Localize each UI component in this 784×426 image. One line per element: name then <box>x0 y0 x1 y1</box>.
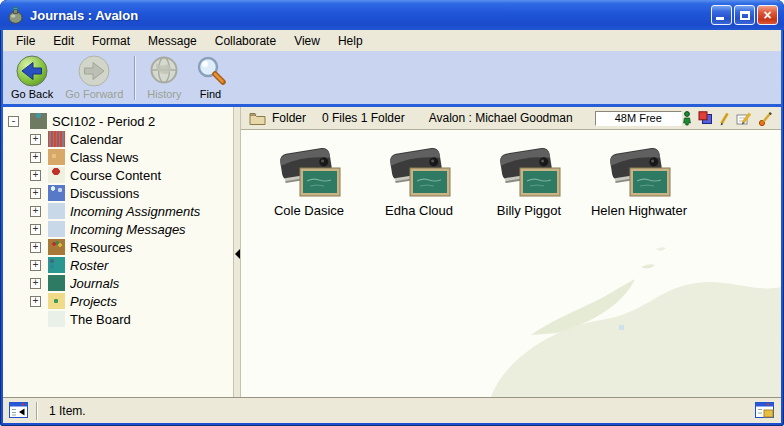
expand-expander[interactable]: + <box>30 296 41 307</box>
tree-root-label[interactable]: SCI102 - Period 2 <box>52 114 155 129</box>
go-back-button[interactable]: Go Back <box>5 53 59 101</box>
status-bar: 1 Item. <box>3 397 781 423</box>
tree-item-label[interactable]: Projects <box>70 294 117 309</box>
incoming-assignments-icon <box>48 203 65 219</box>
expand-expander[interactable]: + <box>30 206 41 217</box>
tree-item-label[interactable]: Incoming Assignments <box>70 204 200 219</box>
tree-item-row[interactable]: + Class News <box>3 148 233 166</box>
flask-icon <box>30 113 47 129</box>
tree-item-label[interactable]: Incoming Messages <box>70 222 186 237</box>
menu-item[interactable]: Collaborate <box>206 32 285 50</box>
projects-icon <box>48 293 65 309</box>
journal-item[interactable]: Edha Cloud <box>364 143 474 218</box>
hide-tree-toggle-icon[interactable] <box>9 402 29 419</box>
signature-box-icon[interactable] <box>736 111 752 126</box>
tree-item-label[interactable]: Roster <box>70 258 108 273</box>
collapse-arrow-icon[interactable] <box>235 249 240 259</box>
tree-item-row[interactable]: The Board <box>3 310 233 328</box>
pencil-icon[interactable] <box>719 111 730 126</box>
file-folder-counts: 0 Files 1 Folder <box>322 111 405 125</box>
menu-item[interactable]: File <box>7 32 44 50</box>
journal-item-label[interactable]: Edha Cloud <box>385 203 453 218</box>
expand-expander[interactable]: + <box>30 242 41 253</box>
menu-item[interactable]: View <box>285 32 329 50</box>
journal-list-area: Cole Dasice <box>241 130 781 397</box>
tree-root-row[interactable]: - SCI102 - Period 2 <box>3 112 233 130</box>
menu-item[interactable]: Message <box>139 32 206 50</box>
app-flask-icon <box>6 6 25 25</box>
expand-expander[interactable]: + <box>30 260 41 271</box>
tree-item-row[interactable]: + Incoming Assignments <box>3 202 233 220</box>
journal-grid: Cole Dasice <box>254 143 781 218</box>
free-space-indicator: 48M Free <box>595 111 682 126</box>
tree-item-label[interactable]: Class News <box>70 150 139 165</box>
person-icon[interactable] <box>682 111 692 126</box>
tree-item-label[interactable]: The Board <box>70 312 131 327</box>
expand-expander[interactable]: + <box>30 188 41 199</box>
map-watermark <box>451 227 781 397</box>
menu-item[interactable]: Help <box>329 32 372 50</box>
discussions-icon <box>48 185 65 201</box>
tree-item-row[interactable]: + Calendar <box>3 130 233 148</box>
journal-item-label[interactable]: Cole Dasice <box>274 203 344 218</box>
expand-expander[interactable]: + <box>30 278 41 289</box>
main-area: - SCI102 - Period 2 + Calendar + Clas <box>3 107 781 397</box>
journal-item[interactable]: Cole Dasice <box>254 143 364 218</box>
go-back-label: Go Back <box>11 88 53 100</box>
journals-icon <box>48 275 65 291</box>
expand-expander[interactable]: + <box>30 152 41 163</box>
class-news-icon <box>48 149 65 165</box>
pen-key-icon[interactable] <box>758 111 773 126</box>
journal-item[interactable]: Helen Highwater <box>584 143 694 218</box>
expand-expander[interactable]: + <box>30 224 41 235</box>
tree-item-row[interactable]: + Roster <box>3 256 233 274</box>
menu-item[interactable]: Format <box>83 32 139 50</box>
tree-item-label[interactable]: Discussions <box>70 186 139 201</box>
expand-expander[interactable]: + <box>30 170 41 181</box>
tree-item-row[interactable]: + Course Content <box>3 166 233 184</box>
journal-icon <box>384 143 454 201</box>
toolbar-separator <box>134 56 136 100</box>
titlebar[interactable]: Journals : Avalon × <box>0 0 784 30</box>
expand-expander[interactable]: + <box>30 134 41 145</box>
item-count-text: 1 Item. <box>49 404 86 418</box>
tree-item-row[interactable]: + Discussions <box>3 184 233 202</box>
calendar-icon <box>48 131 65 147</box>
tree-item-label[interactable]: Journals <box>70 276 119 291</box>
maximize-button[interactable] <box>734 5 755 25</box>
journal-item-label[interactable]: Billy Piggot <box>497 203 561 218</box>
journal-item-label[interactable]: Helen Highwater <box>591 203 687 218</box>
find-button[interactable]: Find <box>188 53 234 101</box>
go-back-icon <box>15 54 49 88</box>
folder-label: Folder <box>272 111 306 125</box>
tree-item-label[interactable]: Resources <box>70 240 132 255</box>
collapse-expander[interactable]: - <box>8 116 19 127</box>
copy-squares-icon[interactable] <box>698 111 713 125</box>
minimize-icon <box>716 17 724 20</box>
menu-item[interactable]: Edit <box>44 32 83 50</box>
close-button[interactable]: × <box>757 5 778 25</box>
incoming-messages-icon <box>48 221 65 237</box>
pane-splitter[interactable] <box>233 107 241 397</box>
course-tree: - SCI102 - Period 2 + Calendar + Clas <box>3 107 233 397</box>
tree-item-row[interactable]: + Projects <box>3 292 233 310</box>
server-account-label: Avalon : Michael Goodman <box>429 111 573 125</box>
history-globe-icon <box>147 54 181 88</box>
tree-item-row[interactable]: + Journals <box>3 274 233 292</box>
tree-item-row[interactable]: + Incoming Messages <box>3 220 233 238</box>
history-label: History <box>147 88 181 100</box>
folder-pane: Folder 0 Files 1 Folder Avalon : Michael… <box>241 107 781 397</box>
minimize-button[interactable] <box>711 5 732 25</box>
history-button[interactable]: History <box>141 53 187 101</box>
window-title: Journals : Avalon <box>30 8 711 23</box>
tree-item-label[interactable]: Calendar <box>70 132 123 147</box>
journal-item[interactable]: Billy Piggot <box>474 143 584 218</box>
close-icon: × <box>763 8 771 22</box>
tree-item-row[interactable]: + Resources <box>3 238 233 256</box>
go-forward-button[interactable]: Go Forward <box>59 53 129 101</box>
view-mode-icon[interactable] <box>755 402 775 419</box>
toolbar: Go Back Go Forward History <box>3 51 781 104</box>
journal-icon <box>604 143 674 201</box>
tree-item-label[interactable]: Course Content <box>70 168 161 183</box>
folder-info-bar: Folder 0 Files 1 Folder Avalon : Michael… <box>241 107 781 130</box>
